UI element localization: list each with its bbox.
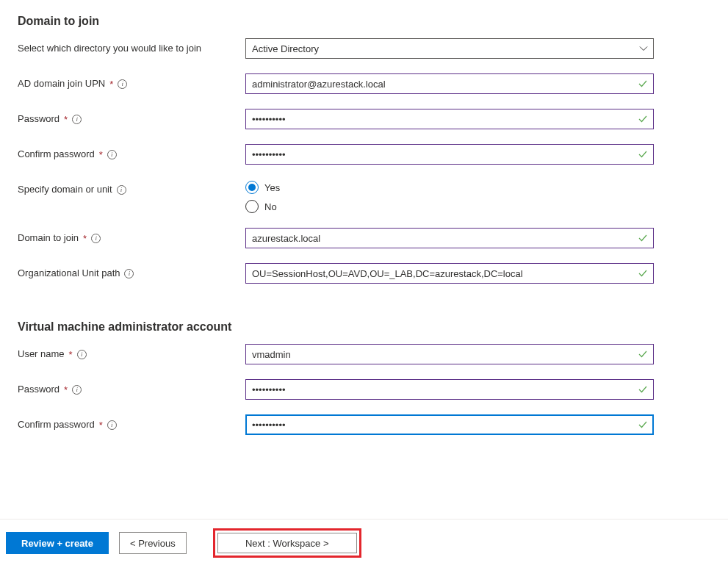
required-asterisk: * [99,149,103,160]
next-button-highlight: Next : Workspace > [213,528,361,558]
password-input[interactable] [245,109,654,129]
required-asterisk: * [83,233,87,244]
required-asterisk: * [69,349,73,360]
info-icon[interactable]: i [107,420,117,430]
ou-path-input[interactable] [245,263,654,284]
wizard-footer: Review + create < Previous Next : Worksp… [0,519,728,568]
domain-to-join-input[interactable] [245,228,654,248]
vm-username-input[interactable] [245,344,654,364]
required-asterisk: * [109,79,113,90]
vm-username-label: User name * i [18,344,245,361]
info-icon[interactable]: i [91,234,101,243]
radio-circle-icon [245,200,259,213]
review-create-button[interactable]: Review + create [6,532,109,554]
info-icon[interactable]: i [72,115,82,124]
next-workspace-button[interactable]: Next : Workspace > [217,533,357,553]
info-icon[interactable]: i [117,185,126,195]
previous-button[interactable]: < Previous [119,532,187,554]
domain-section-heading: Domain to join [18,15,710,28]
confirm-password-input[interactable] [245,144,654,165]
vm-confirm-password-label: Confirm password * i [18,414,245,431]
specify-unit-radio-group: Yes No [245,179,654,213]
vm-confirm-password-input[interactable] [245,414,654,435]
info-icon[interactable]: i [118,79,127,89]
required-asterisk: * [64,114,68,125]
upn-input[interactable] [245,73,654,94]
info-icon[interactable]: i [77,350,87,359]
upn-label: AD domain join UPN * i [18,73,245,90]
radio-yes[interactable]: Yes [245,181,654,194]
vm-password-input[interactable] [245,379,654,400]
password-label: Password * i [18,109,245,126]
required-asterisk: * [99,420,103,431]
confirm-password-label: Confirm password * i [18,144,245,161]
info-icon[interactable]: i [107,150,117,159]
directory-label: Select which directory you would like to… [18,38,245,55]
ou-path-label: Organizational Unit path i [18,263,245,280]
info-icon[interactable]: i [124,269,134,278]
vm-admin-section-heading: Virtual machine administrator account [18,320,710,334]
radio-yes-label: Yes [264,182,280,193]
info-icon[interactable]: i [72,385,82,395]
domain-to-join-label: Domain to join * i [18,228,245,245]
radio-circle-icon [245,181,259,194]
vm-password-label: Password * i [18,379,245,396]
radio-no-label: No [264,201,277,212]
directory-select[interactable] [245,38,654,59]
specify-unit-label: Specify domain or unit i [18,179,245,196]
required-asterisk: * [64,384,68,395]
radio-no[interactable]: No [245,200,654,213]
